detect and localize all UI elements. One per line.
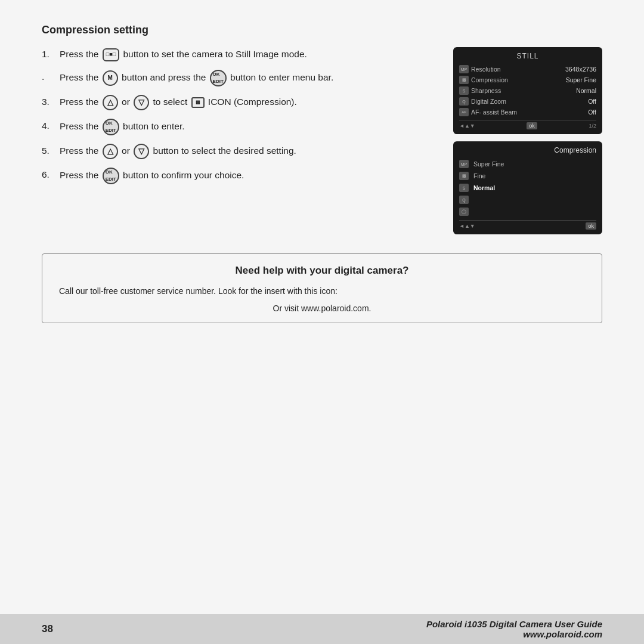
af-label: AF- assist Beam [471,109,586,116]
screen1-page-num: 1/2 [589,123,596,129]
screen2-nav-arrows: ◄▲▼ [459,223,475,229]
screens-area: STILL MP Resolution 3648x2736 ▩ Compress… [453,47,602,234]
digitalzoom-label: Digital Zoom [471,98,586,105]
compression-value: Super Fine [566,76,596,83]
screen2-footer: ◄▲▼ ok [459,220,596,230]
step-6: 6. Press the OKEDIT button to confirm yo… [42,168,435,184]
comp-row-fine: ▩ Fine [459,170,596,182]
comp-row-4: Q [459,194,596,206]
step-num-dot: . [42,70,60,83]
comp-row-superfine: MP Super Fine [459,158,596,170]
ok-edit-icon: OKEDIT [210,70,227,86]
screen1-row-compression: ▩ Compression Super Fine [459,75,596,85]
screen1-row-resolution: MP Resolution 3648x2736 [459,64,596,75]
down-nav-icon: ▽ [134,95,149,110]
m-button-icon: M [103,70,118,86]
step-num-3: 3. [42,95,60,109]
mp-icon: MP [459,65,469,73]
step-3: 3. Press the △ or ▽ to select ▩ ICON (Co… [42,95,435,110]
step-content-6: Press the OKEDIT button to confirm your … [60,168,435,184]
af-icon-s1: AF [459,108,469,116]
step-content-5: Press the △ or ▽ button to select the de… [60,144,435,159]
resolution-label: Resolution [471,66,563,73]
compression-label: Compression [471,76,564,83]
step-content-4: Press the OKEDIT button to enter. [60,119,435,135]
footer-page-number: 38 [42,623,53,635]
comp-row-normal: S Normal [459,182,596,194]
digitalzoom-icon-s1: Q [459,97,469,106]
af-value: Off [588,109,596,116]
instructions: 1. Press the □■□ button to set the camer… [42,47,435,193]
comp-row5-icon: ◯ [459,208,469,216]
help-text: Call our toll-free customer service numb… [59,285,585,298]
help-visit: Or visit www.polaroid.com. [59,304,585,313]
resolution-value: 3648x2736 [565,66,596,73]
up-nav-icon-2: △ [103,144,118,159]
step-4: 4. Press the OKEDIT button to enter. [42,119,435,135]
section-title: Compression setting [42,24,602,36]
footer-title: Polaroid i1035 Digital Camera User Guide… [426,619,602,639]
ok-edit-icon-3: OKEDIT [103,168,119,184]
help-title: Need help with your digital camera? [59,265,585,277]
step-num-5: 5. [42,144,60,157]
step-num-4: 4. [42,119,60,132]
screen1-footer: ◄▲▼ ok 1/2 [459,120,596,129]
normal-icon: S [459,184,469,192]
comp-row-5: ◯ [459,206,596,218]
or-text: or [122,145,130,156]
footer-url: www.polaroid.com [426,629,602,639]
screen1-row-digitalzoom: Q Digital Zoom Off [459,96,596,107]
menu-mode-icon: □■□ [103,48,119,61]
comp-row4-icon: Q [459,196,469,204]
ok-edit-icon-2: OKEDIT [103,119,119,135]
down-nav-icon-2: ▽ [134,144,149,159]
step-content-3: Press the △ or ▽ to select ▩ ICON (Compr… [60,95,435,110]
step-num-6: 6. [42,168,60,181]
step-content-1: Press the □■□ button to set the camera t… [60,47,435,61]
step-1: 1. Press the □■□ button to set the camer… [42,47,435,61]
up-nav-icon: △ [103,95,118,110]
superfine-icon: MP [459,160,469,168]
compression-icon-s1: ▩ [459,76,469,84]
compression-select-icon: ▩ [191,97,205,108]
sharpness-value: Normal [576,87,596,94]
screen1-nav-arrows: ◄▲▼ [459,123,475,129]
footer-book-title: Polaroid i1035 Digital Camera User Guide [426,619,602,629]
sharpness-icon-s1: S [459,86,469,95]
normal-label: Normal [473,184,495,191]
screen1-row-sharpness: S Sharpness Normal [459,85,596,96]
digitalzoom-value: Off [588,98,596,105]
fine-icon: ▩ [459,172,469,180]
superfine-label: Super Fine [473,160,504,168]
step-5: 5. Press the △ or ▽ button to select the… [42,144,435,159]
help-box: Need help with your digital camera? Call… [42,253,602,323]
compression-screen-title: Compression [459,146,596,154]
compression-screen: Compression MP Super Fine ▩ Fine S Norma… [453,141,602,234]
screen2-ok-btn: ok [586,222,596,230]
footer: 38 Polaroid i1035 Digital Camera User Gu… [0,614,644,644]
page: Compression setting 1. Press the □■□ but… [0,0,644,644]
step-content-dot: Press the M button and press the OKEDIT … [60,70,435,86]
screen1-row-af: AF AF- assist Beam Off [459,107,596,117]
fine-label: Fine [473,172,485,179]
step-num-1: 1. [42,47,60,61]
sharpness-label: Sharpness [471,87,574,94]
step-dot: . Press the M button and press the OKEDI… [42,70,435,86]
content-area: 1. Press the □■□ button to set the camer… [42,47,602,234]
still-screen: STILL MP Resolution 3648x2736 ▩ Compress… [453,47,602,134]
still-screen-title: STILL [459,52,596,60]
screen1-ok-btn: ok [527,122,537,129]
